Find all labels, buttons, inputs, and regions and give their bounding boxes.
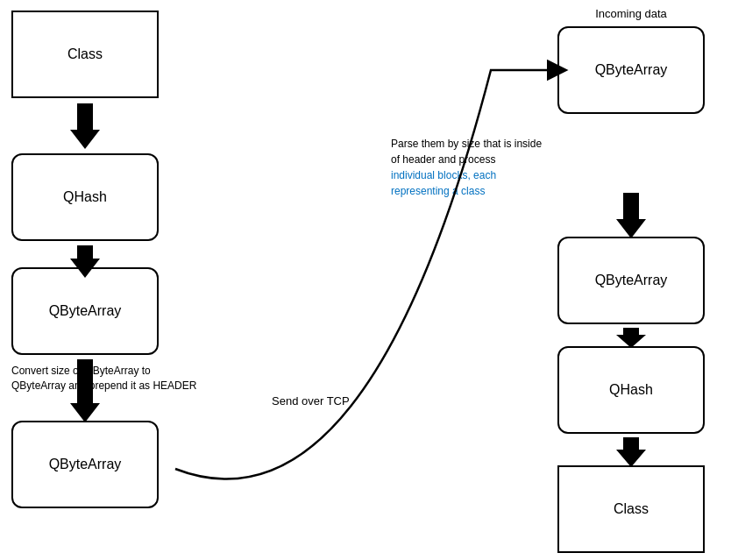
left-class-label: Class bbox=[67, 46, 103, 62]
left-qbytearray1-label: QByteArray bbox=[49, 303, 122, 319]
left-qbytearray2-box: QByteArray bbox=[11, 421, 159, 508]
left-class-box: Class bbox=[11, 11, 159, 98]
arrow-right-qbarray-top-qbarray2 bbox=[616, 193, 646, 238]
right-qhash-box: QHash bbox=[557, 346, 705, 434]
left-qhash-box: QHash bbox=[11, 153, 159, 241]
right-qhash-label: QHash bbox=[609, 382, 653, 398]
right-class-label: Class bbox=[614, 501, 649, 517]
arrow-right-qbarray2-qhash bbox=[616, 328, 646, 348]
arrow-right-qhash-class bbox=[616, 437, 646, 467]
incoming-data-label: Incoming data bbox=[557, 7, 705, 20]
parse-note-black: Parse them by size that is inside of hea… bbox=[391, 138, 542, 166]
send-tcp-label: Send over TCP bbox=[272, 394, 350, 408]
left-qbytearray2-label: QByteArray bbox=[49, 457, 122, 472]
parse-note: Parse them by size that is inside of hea… bbox=[391, 136, 553, 199]
diagram-container: Class QHash QByteArray QByteArray Conver… bbox=[0, 0, 731, 560]
left-qbytearray1-box: QByteArray bbox=[11, 267, 159, 355]
left-note: Convert size of QByteArray to QByteArray… bbox=[11, 364, 204, 393]
right-class-box: Class bbox=[557, 465, 705, 553]
arrow-left-class-qhash bbox=[70, 103, 100, 149]
parse-note-blue: individual blocks, each representing a c… bbox=[391, 169, 496, 197]
curved-arrow-tcp bbox=[175, 70, 557, 479]
right-qbytearray2-box: QByteArray bbox=[557, 237, 705, 324]
right-qbytearray-top-label: QByteArray bbox=[595, 62, 668, 78]
left-qhash-label: QHash bbox=[63, 189, 107, 205]
right-qbytearray-top-box: QByteArray bbox=[557, 26, 705, 114]
right-qbytearray2-label: QByteArray bbox=[595, 273, 668, 288]
